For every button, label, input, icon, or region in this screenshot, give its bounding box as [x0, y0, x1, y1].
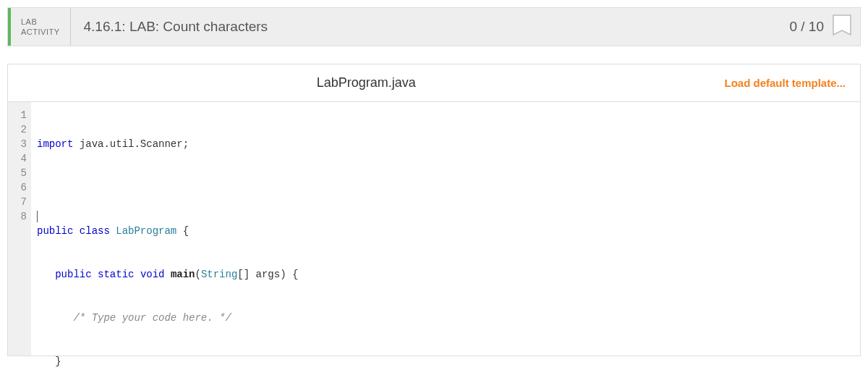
gutter-line: 4 [11, 151, 27, 166]
code-line: /* Type your code here. */ [37, 311, 854, 325]
code-line: import java.util.Scanner; [37, 137, 854, 151]
gutter-line: 1 [11, 108, 27, 122]
editor-container: LabProgram.java Load default template...… [7, 64, 861, 356]
code-line: public class LabProgram { [37, 224, 854, 238]
score-area: 0 / 10 [780, 8, 860, 46]
score-text: 0 / 10 [789, 19, 824, 35]
editor-tabs: LabProgram.java Load default template... [8, 64, 860, 102]
code-line: public static void main(String[] args) { [37, 267, 854, 282]
score-separator: / [801, 19, 804, 34]
load-template-link[interactable]: Load default template... [724, 77, 860, 89]
activity-header: LAB ACTIVITY 4.16.1: LAB: Count characte… [7, 7, 861, 46]
code-body[interactable]: import java.util.Scanner; public class L… [31, 102, 860, 356]
score-total: 10 [809, 19, 824, 34]
activity-title: 4.16.1: LAB: Count characters [71, 8, 781, 46]
score-current: 0 [789, 19, 797, 34]
code-line [37, 180, 854, 195]
gutter-line: 5 [11, 166, 27, 180]
code-line: } [37, 354, 854, 369]
gutter-line: 7 [11, 195, 27, 209]
label-line1: LAB [21, 17, 60, 27]
line-gutter: 1 2 3 4 5 6 7 8 [8, 102, 31, 356]
gutter-line: 3 [11, 137, 27, 151]
filename-tab[interactable]: LabProgram.java [317, 75, 416, 91]
resize-handle-icon[interactable] [850, 345, 859, 354]
gutter-line: 8 [11, 209, 27, 224]
bookmark-icon[interactable] [833, 14, 851, 39]
lab-activity-label: LAB ACTIVITY [11, 8, 71, 46]
cursor-icon [37, 211, 38, 222]
code-editor[interactable]: 1 2 3 4 5 6 7 8 import java.util.Scanner… [8, 102, 860, 356]
gutter-line: 2 [11, 122, 27, 137]
label-line2: ACTIVITY [21, 27, 60, 37]
gutter-line: 6 [11, 180, 27, 195]
